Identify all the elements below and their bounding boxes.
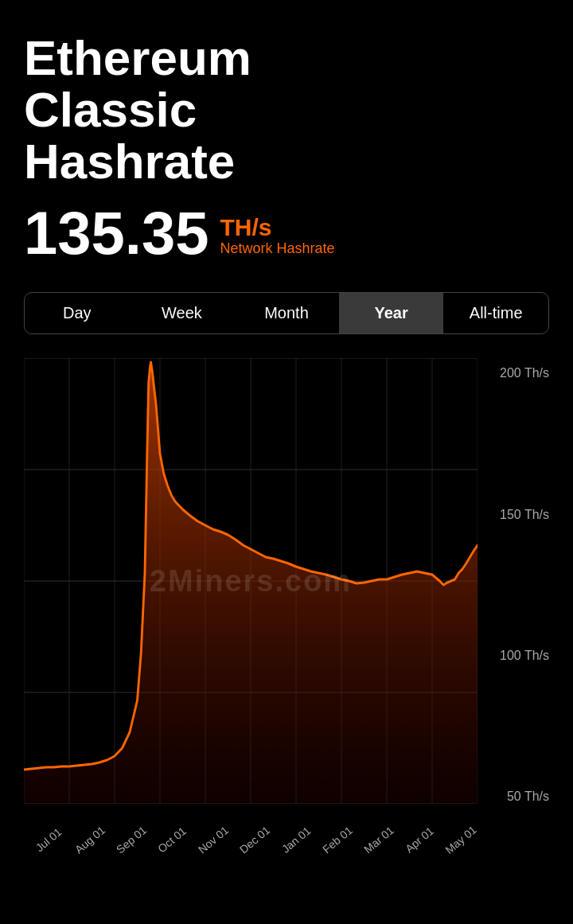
chart-svg-wrapper: 2Miners.com bbox=[24, 358, 477, 804]
x-label-aug: Aug 01 bbox=[70, 822, 110, 859]
chart-area: 200 Th/s 150 Th/s 100 Th/s 50 Th/s bbox=[24, 358, 549, 852]
page-container: Ethereum Classic Hashrate 135.35 TH/s Ne… bbox=[0, 0, 573, 867]
y-axis: 200 Th/s 150 Th/s 100 Th/s 50 Th/s bbox=[477, 358, 549, 852]
hashrate-row: 135.35 TH/s Network Hashrate bbox=[24, 203, 549, 263]
hashrate-meta: TH/s Network Hashrate bbox=[220, 214, 334, 264]
tab-alltime[interactable]: All-time bbox=[443, 293, 548, 333]
y-label-200: 200 Th/s bbox=[500, 366, 549, 380]
x-label-jan: Jan 01 bbox=[276, 822, 316, 859]
hashrate-unit: TH/s bbox=[220, 214, 334, 240]
y-label-150: 150 Th/s bbox=[500, 508, 549, 522]
tab-bar: Day Week Month Year All-time bbox=[24, 292, 549, 334]
x-label-jul: Jul 01 bbox=[29, 822, 68, 859]
x-label-dec: Dec 01 bbox=[235, 822, 275, 859]
x-label-sep: Sep 01 bbox=[111, 822, 151, 859]
tab-month[interactable]: Month bbox=[234, 293, 339, 333]
x-label-oct: Oct 01 bbox=[152, 822, 192, 859]
y-label-50: 50 Th/s bbox=[507, 789, 549, 804]
chart-svg bbox=[24, 358, 477, 804]
x-label-may: May 01 bbox=[441, 822, 481, 859]
tab-year[interactable]: Year bbox=[339, 293, 444, 333]
y-label-100: 100 Th/s bbox=[500, 649, 549, 663]
x-label-mar: Mar 01 bbox=[359, 822, 399, 859]
hashrate-label: Network Hashrate bbox=[220, 240, 334, 258]
chart-container: 200 Th/s 150 Th/s 100 Th/s 50 Th/s bbox=[24, 358, 549, 852]
x-label-feb: Feb 01 bbox=[318, 822, 357, 859]
tab-week[interactable]: Week bbox=[130, 293, 235, 333]
x-label-nov: Nov 01 bbox=[193, 822, 233, 859]
page-title: Ethereum Classic Hashrate bbox=[24, 32, 549, 187]
x-label-apr: Apr 01 bbox=[400, 822, 439, 859]
x-axis: Jul 01 Aug 01 Sep 01 Oct 01 Nov 01 Dec 0… bbox=[24, 804, 477, 852]
hashrate-value: 135.35 bbox=[24, 203, 209, 263]
tab-day[interactable]: Day bbox=[25, 293, 130, 333]
